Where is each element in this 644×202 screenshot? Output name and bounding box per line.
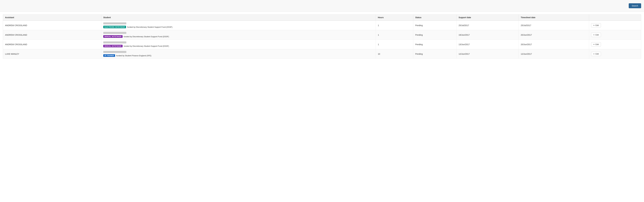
funded-text: funded by Student Finance England (SFE)	[116, 55, 152, 57]
edit-button[interactable]: ✏Edit	[591, 52, 601, 56]
timesheet-date-cell: 20/Jun/2017	[519, 30, 589, 40]
hours-cell: 1	[376, 21, 413, 30]
col-header-timesheet-date: Timesheet date	[519, 15, 589, 21]
hours-cell: 10	[376, 49, 413, 59]
assistant-cell: LUKE MANLEY	[3, 49, 101, 59]
support-date-cell: 12/Jun/2017	[456, 49, 519, 59]
assistant-cell: ANDREW CROSSLAND	[3, 40, 101, 49]
edit-label: Edit	[596, 53, 599, 55]
pencil-icon: ✏	[593, 24, 595, 26]
table-header-row: Assistant Student Hours Status Support d…	[3, 15, 641, 21]
funded-text: funded by Discretionary Student Support …	[124, 45, 169, 47]
action-cell: ✏Edit	[589, 49, 641, 59]
action-cell: ✏Edit	[589, 21, 641, 30]
col-header-student: Student	[101, 15, 376, 21]
status-cell: Pending	[413, 40, 456, 49]
edit-label: Edit	[596, 43, 599, 46]
timesheet-date-cell: 20/Jun/2017	[519, 40, 589, 49]
assistant-cell: ANDREW CROSSLAND	[3, 21, 101, 30]
col-header-assistant: Assistant	[3, 15, 101, 21]
student-name-blurred	[103, 51, 126, 53]
support-date-cell: 13/Jun/2017	[456, 40, 519, 49]
pencil-icon: ✏	[593, 44, 595, 46]
pencil-icon: ✏	[593, 53, 595, 55]
col-header-status: Status	[413, 15, 456, 21]
pencil-icon: ✏	[593, 34, 595, 36]
assistant-cell: ANDREW CROSSLAND	[3, 30, 101, 40]
tag-electronic-notetaker: ELECTRONIC NOTETAKER	[103, 26, 126, 28]
funded-text: funded by Discretionary Student Support …	[127, 26, 172, 28]
student-cell: MANUAL NOTETAKERfunded by Discretionary …	[101, 30, 376, 40]
edit-button[interactable]: ✏Edit	[591, 23, 601, 28]
table-row: LUKE MANLEYAT TRAINERfunded by Student F…	[3, 49, 641, 59]
edit-button[interactable]: ✏Edit	[591, 42, 601, 47]
tag-manual-notetaker: MANUAL NOTETAKER	[103, 35, 122, 38]
timesheet-date-cell: 25/Jul/2017	[519, 21, 589, 30]
action-cell: ✏Edit	[589, 40, 641, 49]
timesheet-date-cell: 12/Jun/2017	[519, 49, 589, 59]
table-row: ANDREW CROSSLANDMANUAL NOTETAKERfunded b…	[3, 30, 641, 40]
funded-text: funded by Discretionary Student Support …	[124, 36, 169, 38]
tag-manual-notetaker: MANUAL NOTETAKER	[103, 45, 122, 47]
col-header-support-date: Support date	[456, 15, 519, 21]
edit-button[interactable]: ✏Edit	[591, 33, 601, 37]
col-header-hours: Hours	[376, 15, 413, 21]
status-cell: Pending	[413, 21, 456, 30]
table-row: ANDREW CROSSLANDELECTRONIC NOTETAKERfund…	[3, 21, 641, 30]
search-button[interactable]: Search	[629, 3, 641, 8]
student-name-blurred	[103, 41, 126, 44]
table-row: ANDREW CROSSLANDMANUAL NOTETAKERfunded b…	[3, 40, 641, 49]
search-section: Search	[0, 0, 644, 12]
edit-label: Edit	[596, 24, 599, 26]
student-cell: MANUAL NOTETAKERfunded by Discretionary …	[101, 40, 376, 49]
edit-label: Edit	[596, 34, 599, 36]
student-name-blurred	[103, 32, 126, 34]
page-wrapper: Search Assistant Student Hours Status Su…	[0, 0, 644, 62]
hours-cell: 1	[376, 30, 413, 40]
status-cell: Pending	[413, 49, 456, 59]
student-cell: AT TRAINERfunded by Student Finance Engl…	[101, 49, 376, 59]
action-cell: ✏Edit	[589, 30, 641, 40]
status-cell: Pending	[413, 30, 456, 40]
student-name-blurred	[103, 22, 126, 24]
student-cell: ELECTRONIC NOTETAKERfunded by Discretion…	[101, 21, 376, 30]
table-section: Assistant Student Hours Status Support d…	[0, 12, 644, 62]
support-date-cell: 19/Jun/2017	[456, 30, 519, 40]
col-header-actions	[589, 15, 641, 21]
hours-cell: 1	[376, 40, 413, 49]
support-date-cell: 25/Jul/2017	[456, 21, 519, 30]
results-table: Assistant Student Hours Status Support d…	[3, 15, 641, 59]
tag-at-trainer: AT TRAINER	[103, 54, 115, 57]
